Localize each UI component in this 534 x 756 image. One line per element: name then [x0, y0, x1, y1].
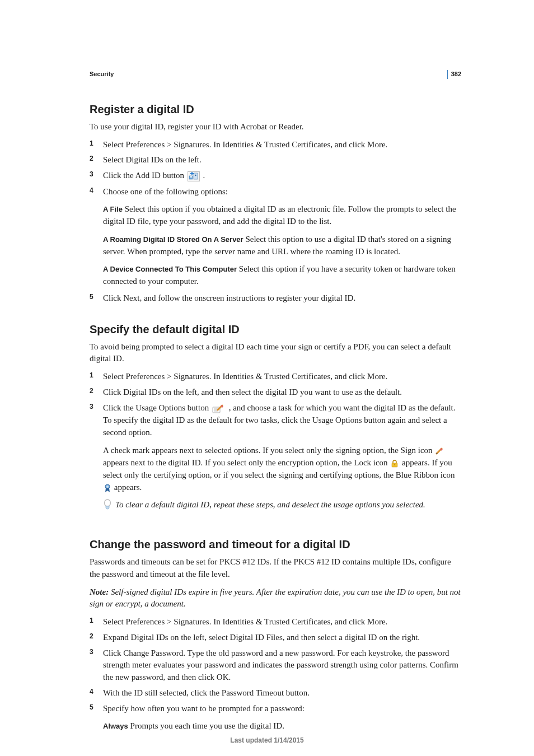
svg-point-5	[195, 175, 196, 176]
svg-rect-2	[190, 176, 192, 177]
svg-point-16	[105, 500, 111, 506]
add-id-icon	[188, 170, 200, 183]
step: Select Preferences > Signatures. In Iden…	[90, 616, 461, 628]
intro-default-id: To avoid being prompted to select a digi…	[90, 341, 461, 366]
step: Select Preferences > Signatures. In Iden…	[90, 139, 461, 151]
option-a-file: A File Select this option if you obtaine…	[103, 203, 461, 228]
tip-row: To clear a default digital ID, repeat th…	[90, 499, 461, 512]
default-id-steps: Select Preferences > Signatures. In Iden…	[90, 371, 461, 494]
step: Choose one of the following options: A F…	[90, 186, 461, 288]
step: Click the Usage Options button , and cho…	[90, 402, 461, 494]
svg-rect-3	[190, 178, 192, 178]
footer: Last updated 1/14/2015	[0, 736, 534, 745]
step: Expand Digital IDs on the left, select D…	[90, 632, 461, 644]
page-number: 382	[447, 70, 461, 79]
result-paragraph: A check mark appears next to selected op…	[103, 445, 461, 494]
step: Click Next, and follow the onscreen inst…	[90, 292, 461, 305]
svg-point-13	[394, 464, 395, 465]
blue-ribbon-icon	[104, 482, 111, 494]
svg-rect-4	[194, 173, 198, 179]
lightbulb-icon	[103, 499, 112, 512]
lock-icon	[391, 458, 399, 470]
step: Specify how often you want to be prompte…	[90, 703, 461, 733]
step: Select Preferences > Signatures. In Iden…	[90, 371, 461, 383]
step: Click Digital IDs on the left, and then …	[90, 386, 461, 399]
register-steps: Select Preferences > Signatures. In Iden…	[90, 139, 461, 305]
intro-register: To use your digital ID, register your ID…	[90, 121, 461, 133]
step: With the ID still selected, click the Pa…	[90, 687, 461, 699]
sign-icon	[435, 445, 444, 457]
step: Click the Add ID button .	[90, 170, 461, 182]
heading-change-password: Change the password and timeout for a di…	[90, 536, 461, 553]
step: Select Digital IDs on the left.	[90, 154, 461, 166]
intro-change-password: Passwords and timeouts can be set for PK…	[90, 556, 461, 581]
option-roaming: A Roaming Digital ID Stored On A Server …	[103, 234, 461, 258]
svg-rect-7	[190, 173, 194, 174]
svg-point-15	[106, 486, 109, 488]
option-always: Always Prompts you each time you use the…	[103, 720, 461, 732]
tip-text: To clear a default digital ID, repeat th…	[115, 499, 461, 511]
section-label: Security	[90, 70, 461, 79]
step: Click Change Password. Type the old pass…	[90, 647, 461, 684]
page-content: 382 Security Register a digital ID To us…	[0, 0, 534, 756]
change-password-steps: Select Preferences > Signatures. In Iden…	[90, 616, 461, 732]
note-paragraph: Note: Self-signed digital IDs expire in …	[90, 586, 461, 611]
heading-register: Register a digital ID	[90, 101, 461, 118]
heading-default-id: Specify the default digital ID	[90, 321, 461, 338]
usage-options-icon	[212, 402, 226, 414]
option-device: A Device Connected To This Computer Sele…	[103, 263, 461, 288]
